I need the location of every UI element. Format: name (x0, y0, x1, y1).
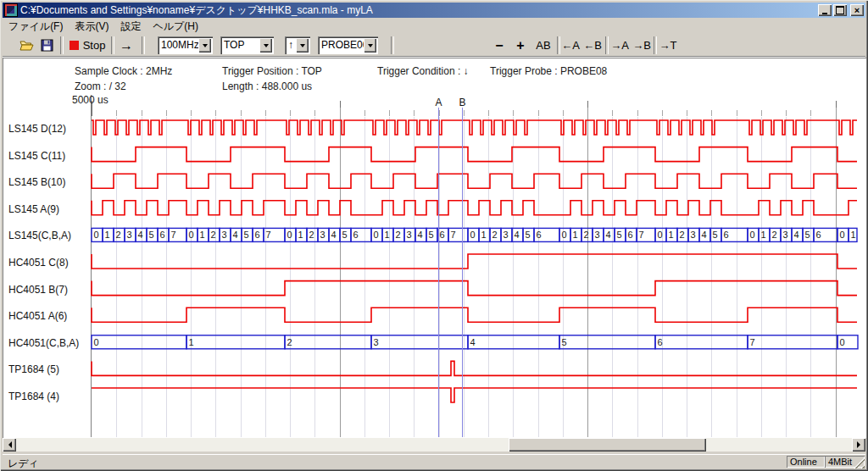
app-root: { "window": { "title": "C:¥Documents and… (0, 0, 868, 471)
scroll-left-button[interactable] (3, 438, 16, 452)
trigger-edge-combo[interactable]: ↑ (285, 36, 310, 54)
menu-help[interactable]: ヘルプ(H) (147, 19, 204, 35)
title-bar[interactable]: C:¥Documents and Settings¥noname¥デスクトップ¥… (3, 3, 865, 18)
right-b-button[interactable]: →B (632, 36, 652, 55)
scroll-left-icon (5, 441, 12, 448)
channel-label-7: HC4051 A(6) (8, 310, 67, 322)
open-button[interactable] (16, 36, 36, 55)
toolbar-separator (391, 36, 394, 54)
trigger-position-combo[interactable]: TOP (220, 36, 274, 54)
menu-view[interactable]: 表示(V) (69, 19, 114, 35)
sample-clock-combo[interactable]: 100MHz (158, 36, 213, 54)
toolbar-separator (60, 36, 64, 54)
stop-label: Stop (83, 39, 106, 52)
dropdown-arrow-icon[interactable] (259, 38, 272, 53)
open-folder-icon (19, 39, 34, 52)
maximize-icon (836, 6, 844, 14)
close-button[interactable]: × (850, 4, 864, 16)
right-t-button[interactable]: →T (658, 36, 678, 55)
channel-label-1: LS145 C(11) (8, 150, 65, 162)
channel-label-8: HC4051(C,B,A) (8, 337, 79, 349)
zoom-in-button[interactable]: + (511, 36, 530, 55)
trigger-probe-combo[interactable]: PROBE00 (318, 36, 378, 54)
horizontal-scrollbar[interactable] (3, 438, 865, 452)
minimize-icon (822, 13, 827, 14)
dropdown-arrow-icon[interactable] (296, 38, 309, 53)
save-button[interactable] (36, 36, 57, 55)
zoom-out-button[interactable]: − (490, 36, 509, 55)
run-button[interactable]: → (115, 36, 137, 55)
channel-label-0: LS145 D(12) (8, 123, 66, 135)
zoom-ab-button[interactable]: AB (532, 36, 554, 55)
channel-label-3: LS145 A(9) (8, 203, 59, 215)
toolbar-separator (111, 36, 114, 54)
status-message: レディ (8, 457, 39, 471)
status-bar: レディ Online 4MBit (3, 454, 865, 469)
toolbar-separator (605, 36, 609, 54)
channel-label-4: LS145(C,B,A) (8, 230, 71, 241)
status-online: Online (787, 456, 825, 468)
channel-label-9: TP1684 (5) (8, 363, 59, 375)
channel-label-5: HC4051 C(8) (8, 257, 69, 269)
channel-label-10: TP1684 (4) (8, 391, 59, 402)
info-trigger-position: Trigger Position : TOP (222, 65, 322, 77)
left-b-button[interactable]: ←B (582, 36, 603, 55)
maximize-button[interactable] (833, 4, 847, 16)
minimize-button[interactable] (818, 4, 832, 16)
info-length: Length : 488.000 us (222, 80, 312, 92)
trigger-edge-value: ↑ (288, 39, 293, 51)
toolbar-separator (142, 36, 145, 54)
scroll-right-icon (857, 441, 864, 448)
channel-label-2: LS145 B(10) (8, 176, 65, 188)
waveform-client-area (3, 58, 866, 438)
right-a-button[interactable]: →A (609, 36, 630, 55)
info-zoom: Zoom : / 32 (75, 80, 126, 92)
trigger-position-value: TOP (224, 39, 244, 51)
channel-label-6: HC4051 B(7) (8, 284, 68, 296)
save-floppy-icon (41, 39, 53, 52)
ruler-scale-label: 5000 us (72, 94, 108, 106)
menu-bar: ファイル(F) 表示(V) 設定 ヘルプ(H) (3, 19, 865, 34)
info-sample-clock: Sample Clock : 2MHz (75, 65, 172, 77)
app-icon (4, 3, 18, 17)
scrollbar-thumb[interactable] (509, 438, 706, 452)
dropdown-arrow-icon[interactable] (364, 38, 376, 53)
left-a-button[interactable]: ←A (560, 36, 581, 55)
stop-button[interactable]: Stop (67, 36, 108, 55)
window-title: C:¥Documents and Settings¥noname¥デスクトップ¥… (20, 3, 818, 18)
menu-settings[interactable]: 設定 (114, 19, 147, 35)
window-controls: × (818, 4, 864, 16)
toolbar: Stop → 100MHz TOP ↑ PROBE00 − + AB ←A ←B (3, 34, 865, 58)
stop-icon (70, 41, 79, 50)
toolbar-separator (654, 36, 657, 54)
dropdown-arrow-icon[interactable] (198, 38, 211, 53)
info-trigger-condition: Trigger Condition : ↓ (377, 65, 469, 77)
sample-clock-value: 100MHz (161, 39, 199, 51)
menu-file[interactable]: ファイル(F) (3, 19, 69, 35)
main-window: C:¥Documents and Settings¥noname¥デスクトップ¥… (0, 0, 868, 471)
info-trigger-probe: Trigger Probe : PROBE08 (490, 65, 607, 77)
trigger-probe-value: PROBE00 (321, 39, 368, 51)
scroll-right-button[interactable] (852, 438, 865, 452)
